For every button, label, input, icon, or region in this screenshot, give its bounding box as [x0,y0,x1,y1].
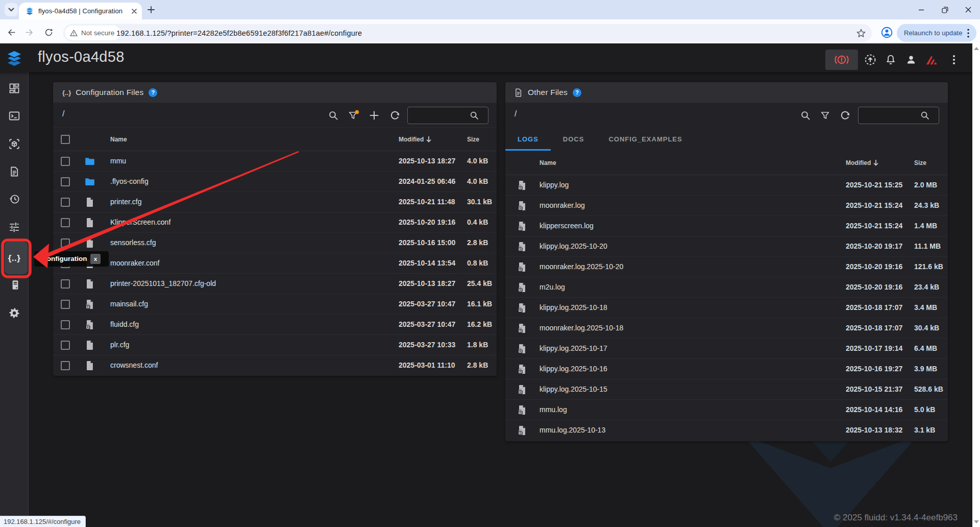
help-icon[interactable]: ? [573,88,581,97]
file-row[interactable]: mmu.log.2025-10-13 2025-10-13 18:32 3.1 … [505,420,948,441]
user-account-icon[interactable] [905,54,917,66]
file-row[interactable]: klippy.log.2025-10-18 2025-10-18 17:07 3… [505,298,948,318]
nav-dashboard-icon[interactable] [8,82,20,94]
notifications-bell-icon[interactable] [885,54,897,66]
file-row[interactable]: crowsnest.conf 2025-03-01 11:10 2.8 kB [53,355,497,376]
updates-icon[interactable] [864,54,876,66]
column-header-modified[interactable]: Modified [846,159,871,166]
browser-menu-kebab-icon[interactable] [967,29,969,38]
forward-icon[interactable] [24,28,34,37]
file-row[interactable]: klippy.log.2025-10-20 2025-10-20 19:17 1… [505,236,948,257]
file-row[interactable]: mainsail.cfg 2025-03-27 10:47 16.1 kB [53,294,497,315]
breadcrumb-root[interactable]: / [62,109,64,118]
window-close-button[interactable] [957,0,980,19]
row-checkbox[interactable] [61,198,70,207]
nav-console-icon[interactable] [8,110,20,122]
file-search-input[interactable] [407,107,488,124]
fluidd-logo[interactable] [6,50,22,67]
file-row[interactable]: sensorless.cfg 2025-10-16 15:00 2.8 kB [53,233,497,253]
row-checkbox[interactable] [61,218,70,227]
address-bar[interactable]: Not secure 192.168.1.125/?printer=24282e… [63,24,872,42]
file-name: moonraker.conf [110,259,160,267]
file-row[interactable]: klippy.log.2025-10-16 2025-10-16 19:27 3… [505,359,948,379]
row-checkbox[interactable] [61,361,70,370]
emergency-stop-button[interactable] [825,50,858,70]
column-header-size[interactable]: Size [467,136,479,143]
file-row[interactable]: klippy.log.2025-10-17 2025-10-17 19:14 6… [505,339,948,359]
column-header-name[interactable]: Name [540,159,556,166]
file-row[interactable]: printer-20251013_182707.cfg-old 2025-10-… [53,274,497,294]
plus-icon [148,6,155,13]
file-row[interactable]: klipperscreen.log 2025-10-21 15:24 1.4 M… [505,216,948,236]
breadcrumb-root[interactable]: / [514,109,517,118]
nav-jobs-icon[interactable] [8,165,20,178]
tab-item[interactable]: CONFIG_EXAMPLES [596,128,694,151]
search-icon[interactable] [799,109,812,122]
row-checkbox[interactable] [61,300,70,309]
refresh-icon[interactable] [389,109,401,122]
file-search-input[interactable] [858,107,939,124]
file-row[interactable]: fluidd.cfg 2025-03-27 10:47 16.2 kB [53,315,497,335]
add-file-icon[interactable] [368,109,380,122]
app-menu-kebab-icon[interactable] [948,54,960,66]
configuration-files-header[interactable]: {..} Configuration Files ? [53,82,497,103]
file-row[interactable]: .flyos-config 2024-01-25 06:46 4.0 kB [53,172,497,192]
row-checkbox[interactable] [61,320,70,329]
reload-icon[interactable] [44,28,54,37]
file-row[interactable]: mmu 2025-10-13 18:27 4.0 kB [53,151,497,172]
filter-icon[interactable] [347,109,359,122]
nav-settings-gear-icon[interactable] [8,307,20,319]
file-row[interactable]: klippy.log 2025-10-21 15:25 2.0 MB [505,175,948,196]
scrollbar-up-arrow[interactable] [974,47,979,50]
filter-icon[interactable] [819,109,831,122]
brand-logo-icon[interactable] [925,54,937,66]
row-checkbox[interactable] [61,177,70,186]
tab-search-button[interactable] [5,3,18,16]
bookmark-star-icon[interactable] [855,28,867,39]
file-row[interactable]: moonraker.log.2025-10-20 2025-10-20 19:1… [505,257,948,277]
profile-icon[interactable] [881,27,893,38]
other-files-header[interactable]: Other Files ? [505,82,948,103]
security-chip[interactable]: Not secure [65,26,120,40]
file-row[interactable]: KlipperScreen.conf 2025-10-20 19:16 0.4 … [53,212,497,233]
tab-item[interactable]: LOGS [505,128,551,151]
window-minimize-button[interactable] [910,0,933,19]
nav-history-icon[interactable] [8,193,20,205]
file-row[interactable]: mmu.log 2025-10-14 14:16 5.0 kB [505,400,948,420]
file-row[interactable]: moonraker.log.2025-10-18 2025-10-18 17:0… [505,318,948,339]
nav-system-icon[interactable] [8,279,20,291]
new-tab-button[interactable] [144,3,158,16]
nav-tune-icon[interactable] [8,221,20,233]
nav-gcode-preview-icon[interactable] [8,138,20,150]
window-maximize-button[interactable] [933,0,957,19]
row-checkbox[interactable] [61,341,70,350]
file-row[interactable]: printer.cfg 2025-10-21 11:48 30.1 kB [53,192,497,212]
file-row[interactable]: m2u.log 2025-10-20 19:16 23.4 kB [505,277,948,298]
search-icon[interactable] [327,109,339,122]
relaunch-button[interactable]: Relaunch to update [897,24,976,42]
nav-configuration-icon[interactable]: {..} [3,252,26,265]
help-icon[interactable]: ? [149,88,157,97]
tab-item[interactable]: DOCS [551,128,597,151]
file-row[interactable]: plr.cfg 2025-03-27 10:33 1.8 kB [53,335,497,355]
file-lock-icon [516,220,528,232]
back-icon[interactable] [7,28,16,37]
tab-close-icon[interactable] [132,9,137,14]
browser-tab[interactable]: flyos-0a4d58 | Configuration [19,3,142,19]
file-row[interactable]: moonraker.conf 2025-10-14 13:54 0.8 kB [53,253,497,274]
row-checkbox[interactable] [61,157,70,166]
file-lock-icon [516,322,528,334]
row-checkbox[interactable] [61,279,70,289]
scrollbar-down-arrow[interactable] [974,520,979,523]
column-header-modified[interactable]: Modified [399,136,424,143]
emergency-stop-icon [834,53,849,66]
tooltip-close-badge[interactable]: x [90,254,101,264]
row-checkbox[interactable] [61,238,70,248]
refresh-icon[interactable] [839,109,851,122]
file-row[interactable]: klippy.log.2025-10-15 2025-10-15 21:37 5… [505,379,948,400]
page-scrollbar[interactable] [972,43,980,527]
file-row[interactable]: moonraker.log 2025-10-21 15:24 24.3 kB [505,196,948,216]
column-header-name[interactable]: Name [110,136,127,143]
column-header-size[interactable]: Size [914,159,926,166]
select-all-checkbox[interactable] [61,135,70,144]
